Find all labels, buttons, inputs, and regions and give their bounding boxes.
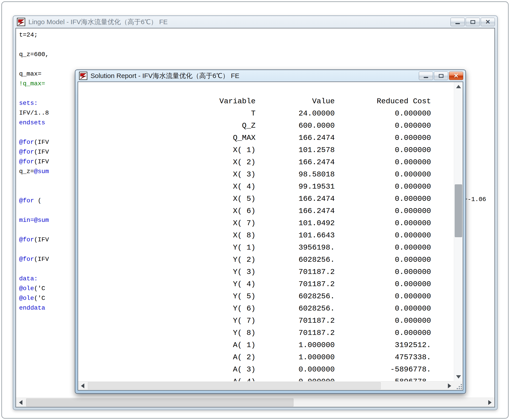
lingo-logo-icon[interactable]: [17, 18, 25, 26]
report-row: X( 1)101.25780.000000: [78, 144, 454, 156]
outer-close-button[interactable]: ✕: [481, 18, 495, 26]
code-segment: (IFV: [34, 149, 49, 155]
report-partial-row: A( 4)0.000000-5896778.: [78, 376, 454, 381]
outer-hscroll-thumb[interactable]: [26, 398, 294, 406]
variable-cell: X( 2): [78, 156, 255, 168]
variable-cell: X( 6): [78, 205, 255, 217]
reduced-cost-cell: 0.000000: [335, 107, 431, 120]
scroll-up-icon: [456, 85, 461, 88]
reduced-cost-cell: 0.000000: [335, 315, 431, 327]
outer-window-title: Lingo Model - IFV海水流量优化（高于6℃） FE: [28, 17, 450, 27]
code-segment: ('C: [34, 285, 45, 292]
value-cell: 0.000000: [255, 363, 335, 376]
value-cell: 701187.2: [255, 278, 335, 290]
inner-titlebar[interactable]: Solution Report - IFV海水流量优化（高于6℃） FE ✕: [75, 70, 465, 82]
variable-cell: X( 3): [78, 168, 255, 181]
code-segment: data:: [19, 275, 38, 282]
outer-caption-buttons: ✕: [450, 18, 495, 26]
inner-window-title: Solution Report - IFV海水流量优化（高于6℃） FE: [91, 71, 419, 81]
reduced-cost-cell: 0.000000: [335, 168, 431, 181]
report-row: X( 7)101.04920.000000: [78, 217, 454, 229]
scroll-up-button[interactable]: [454, 82, 463, 91]
variable-cell: A( 4): [78, 376, 255, 381]
inner-hscroll-thumb[interactable]: [88, 382, 381, 390]
code-segment: @sum: [34, 168, 49, 175]
code-segment: @for: [19, 158, 34, 165]
inner-minimize-button[interactable]: [419, 72, 433, 80]
variable-cell: Y( 8): [78, 327, 255, 339]
code-segment: enddata: [19, 305, 45, 311]
inner-caption-buttons: ✕: [419, 72, 463, 80]
variable-cell: Variable: [78, 95, 255, 107]
scroll-down-button[interactable]: [454, 372, 463, 381]
inner-horizontal-scrollbar[interactable]: [78, 381, 454, 390]
report-pane[interactable]: VariableValueReduced CostT24.000000.0000…: [78, 82, 454, 381]
report-row: Y( 3)701187.20.000000: [78, 266, 454, 278]
value-cell: 1.000000: [255, 339, 335, 351]
report-row: Y( 5)6028256.0.000000: [78, 290, 454, 302]
outer-scroll-right-button[interactable]: [485, 398, 495, 407]
code-segment: @for: [19, 256, 34, 263]
code-segment: @for: [19, 139, 34, 146]
reduced-cost-cell: 0.000000: [335, 302, 431, 315]
lingo-logo-icon[interactable]: [79, 72, 87, 80]
outer-minimize-button[interactable]: [450, 18, 465, 26]
lingo-model-window: Lingo Model - IFV海水流量优化（高于6℃） FE ✕ t=24;…: [13, 15, 498, 410]
inner-vertical-scrollbar[interactable]: [454, 82, 463, 381]
scroll-right-icon: [448, 383, 451, 388]
report-row: X( 3)98.580180.000000: [78, 168, 454, 181]
code-segment: (IFV: [34, 158, 49, 165]
code-segment: (IFV: [34, 139, 49, 146]
value-cell: 6028256.: [255, 290, 335, 302]
reduced-cost-cell: 0.000000: [335, 266, 431, 278]
code-segment: (IFV: [34, 236, 49, 243]
value-cell: 701187.2: [255, 315, 335, 327]
reduced-cost-cell: 0.000000: [335, 290, 431, 302]
outer-maximize-button[interactable]: [466, 18, 480, 26]
reduced-cost-cell: 0.000000: [335, 242, 431, 254]
value-cell: 3956198.: [255, 242, 335, 254]
report-row: Y( 8)701187.20.000000: [78, 327, 454, 339]
inner-scroll-right-button[interactable]: [445, 382, 454, 390]
code-line: [19, 60, 495, 69]
inner-client-area: VariableValueReduced CostT24.000000.0000…: [78, 82, 463, 390]
resize-grip[interactable]: [461, 388, 462, 389]
reduced-cost-cell: 0.000000: [335, 132, 431, 144]
code-segment: ('C: [34, 295, 45, 302]
variable-cell: X( 1): [78, 144, 255, 156]
reduced-cost-cell: Reduced Cost: [335, 95, 431, 107]
report-row: Y( 7)701187.20.000000: [78, 315, 454, 327]
inner-scroll-left-button[interactable]: [78, 382, 87, 390]
outer-horizontal-scrollbar[interactable]: [16, 398, 495, 407]
reduced-cost-cell: 0.000000: [335, 181, 431, 193]
outer-scroll-left-button[interactable]: [16, 398, 25, 407]
report-row: A( 1)1.0000003192512.: [78, 339, 454, 351]
report-row: X( 6)166.24740.000000: [78, 205, 454, 217]
value-cell: 166.2474: [255, 193, 335, 205]
reduced-cost-cell: 0.000000: [335, 156, 431, 168]
reduced-cost-cell: 0.000000: [335, 120, 431, 132]
variable-cell: Y( 5): [78, 290, 255, 302]
code-segment: (IFV: [34, 256, 49, 263]
report-row: Y( 4)701187.20.000000: [78, 278, 454, 290]
code-segment: sets:: [19, 100, 38, 107]
inner-maximize-button[interactable]: [434, 72, 448, 80]
variable-cell: Y( 4): [78, 278, 255, 290]
code-segment: min=@sum: [19, 217, 49, 224]
reduced-cost-cell: 3192512.: [335, 339, 431, 351]
variable-cell: X( 8): [78, 229, 255, 242]
maximize-icon: [439, 74, 443, 78]
code-segment: @for: [19, 197, 34, 204]
value-cell: 6028256.: [255, 254, 335, 266]
variable-cell: Y( 1): [78, 242, 255, 254]
inner-close-button[interactable]: ✕: [449, 72, 463, 80]
reduced-cost-cell: 0.000000: [335, 217, 431, 229]
outer-titlebar[interactable]: Lingo Model - IFV海水流量优化（高于6℃） FE ✕: [13, 16, 497, 28]
value-cell: 166.2474: [255, 156, 335, 168]
code-segment: q_z=600,: [19, 51, 49, 58]
vscroll-thumb[interactable]: [455, 184, 462, 237]
value-cell: 701187.2: [255, 327, 335, 339]
reduced-cost-cell: 0.000000: [335, 144, 431, 156]
report-header-row: VariableValueReduced Cost: [78, 95, 454, 107]
scroll-left-icon: [81, 383, 84, 388]
